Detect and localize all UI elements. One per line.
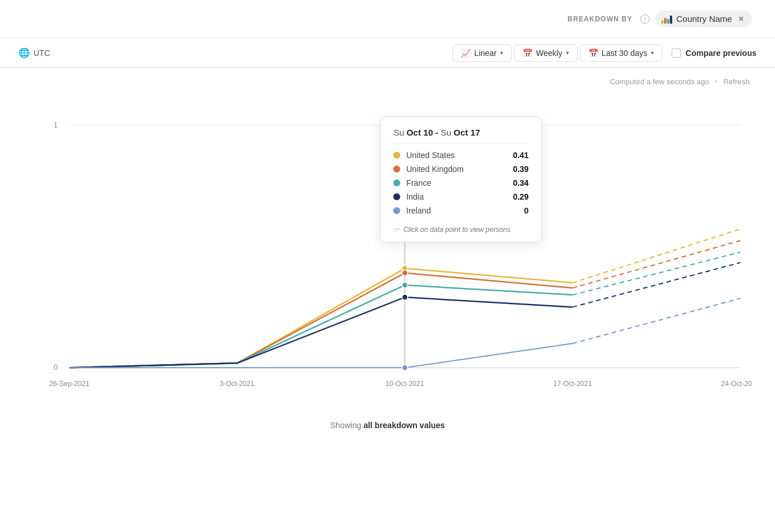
compare-checkbox[interactable] xyxy=(672,48,681,58)
tooltip-row-india: India 0.29 xyxy=(393,192,528,201)
chip-close-icon[interactable]: × xyxy=(739,14,744,24)
last30-button[interactable]: 📅 Last 30 days ▾ xyxy=(580,44,662,62)
breakdown-section: BREAKDOWN BY i Country Name × xyxy=(0,0,775,38)
dot-france xyxy=(393,179,400,186)
svg-point-16 xyxy=(402,270,408,276)
breakdown-chip[interactable]: Country Name × xyxy=(655,10,752,27)
value-uk: 0.39 xyxy=(513,164,528,174)
timezone-label: UTC xyxy=(33,48,50,58)
tooltip-day-to: Su xyxy=(441,128,454,137)
dot-ireland xyxy=(393,207,400,214)
country-us: United States xyxy=(406,151,507,160)
value-india: 0.29 xyxy=(513,192,528,201)
weekly-label: Weekly xyxy=(536,48,562,58)
compare-previous-label[interactable]: Compare previous xyxy=(672,48,757,58)
chart-tooltip: Su Oct 10 - Su Oct 17 United States 0.41… xyxy=(380,117,542,242)
globe-icon: 🌐 xyxy=(18,47,30,58)
country-france: France xyxy=(406,178,507,188)
timezone-display: 🌐 UTC xyxy=(18,47,50,58)
weekly-button[interactable]: 📅 Weekly ▾ xyxy=(514,44,577,62)
chart-container: 1 0 26-Sep-2021 3-Oct-2021 10-Oct-2021 1… xyxy=(23,91,752,414)
svg-line-14 xyxy=(573,298,740,343)
svg-line-11 xyxy=(573,241,740,288)
tooltip-title: Su Oct 10 - Su Oct 17 xyxy=(393,128,528,144)
value-france: 0.34 xyxy=(513,178,528,188)
svg-text:1: 1 xyxy=(54,121,58,129)
svg-point-18 xyxy=(402,294,408,300)
svg-line-12 xyxy=(573,252,740,295)
svg-text:24-Oct-2021: 24-Oct-2021 xyxy=(721,380,752,388)
hint-text: Click on data point to view persons xyxy=(403,226,510,234)
showing-prefix: Showing xyxy=(330,421,364,430)
calendar-icon-last30: 📅 xyxy=(588,48,598,58)
last30-chevron: ▾ xyxy=(651,50,654,56)
tooltip-row-ireland: Ireland 0 xyxy=(393,206,528,215)
cursor-icon: ☞ xyxy=(393,226,400,234)
info-icon[interactable]: i xyxy=(640,14,650,24)
chart-section: Computed a few seconds ago • Refresh 1 0… xyxy=(0,68,775,441)
refresh-link[interactable]: Refresh xyxy=(723,77,750,86)
showing-bar: Showing all breakdown values xyxy=(23,421,752,430)
svg-text:3-Oct-2021: 3-Oct-2021 xyxy=(220,380,255,388)
toolbar: 🌐 UTC 📈 Linear ▾ 📅 Weekly ▾ 📅 Last 30 da… xyxy=(0,38,775,68)
svg-text:26-Sep-2021: 26-Sep-2021 xyxy=(49,380,90,388)
dot-us xyxy=(393,152,400,159)
value-ireland: 0 xyxy=(524,206,529,215)
svg-text:0: 0 xyxy=(54,363,58,372)
toolbar-controls: 📈 Linear ▾ 📅 Weekly ▾ 📅 Last 30 days ▾ C… xyxy=(452,44,757,62)
tooltip-date-from: Oct 10 xyxy=(407,128,433,137)
linear-button[interactable]: 📈 Linear ▾ xyxy=(452,44,512,62)
svg-point-17 xyxy=(402,282,408,288)
chip-label: Country Name xyxy=(676,14,732,24)
svg-line-13 xyxy=(573,263,740,307)
breakdown-label: BREAKDOWN BY xyxy=(568,15,632,23)
compare-label: Compare previous xyxy=(685,48,757,58)
linear-label: Linear xyxy=(474,48,497,58)
tooltip-dash: - xyxy=(435,128,441,137)
svg-point-19 xyxy=(402,365,408,370)
country-uk: United Kingdom xyxy=(406,164,507,174)
chart-icon: 📈 xyxy=(461,48,471,58)
tooltip-row-uk: United Kingdom 0.39 xyxy=(393,164,528,174)
last30-label: Last 30 days xyxy=(602,48,647,58)
tooltip-row-us: United States 0.41 xyxy=(393,151,528,160)
svg-line-10 xyxy=(573,229,740,283)
breakdown-chip-icon xyxy=(661,14,672,24)
showing-value: all breakdown values xyxy=(363,421,445,430)
computed-text: Computed a few seconds ago xyxy=(610,77,709,86)
separator: • xyxy=(715,77,718,86)
svg-text:10-Oct-2021: 10-Oct-2021 xyxy=(386,380,424,388)
tooltip-date-to: Oct 17 xyxy=(454,128,480,137)
country-india: India xyxy=(406,192,507,201)
dot-india xyxy=(393,193,400,200)
tooltip-row-france: France 0.34 xyxy=(393,178,528,188)
calendar-icon-weekly: 📅 xyxy=(523,48,532,58)
value-us: 0.41 xyxy=(513,151,528,160)
country-ireland: Ireland xyxy=(406,206,518,215)
computed-bar: Computed a few seconds ago • Refresh xyxy=(23,77,752,86)
linear-chevron: ▾ xyxy=(500,50,503,56)
tooltip-hint[interactable]: ☞ Click on data point to view persons xyxy=(393,221,528,234)
dot-uk xyxy=(393,166,400,173)
tooltip-day-from: Su xyxy=(393,128,407,137)
svg-text:17-Oct-2021: 17-Oct-2021 xyxy=(553,380,592,388)
weekly-chevron: ▾ xyxy=(566,50,569,56)
